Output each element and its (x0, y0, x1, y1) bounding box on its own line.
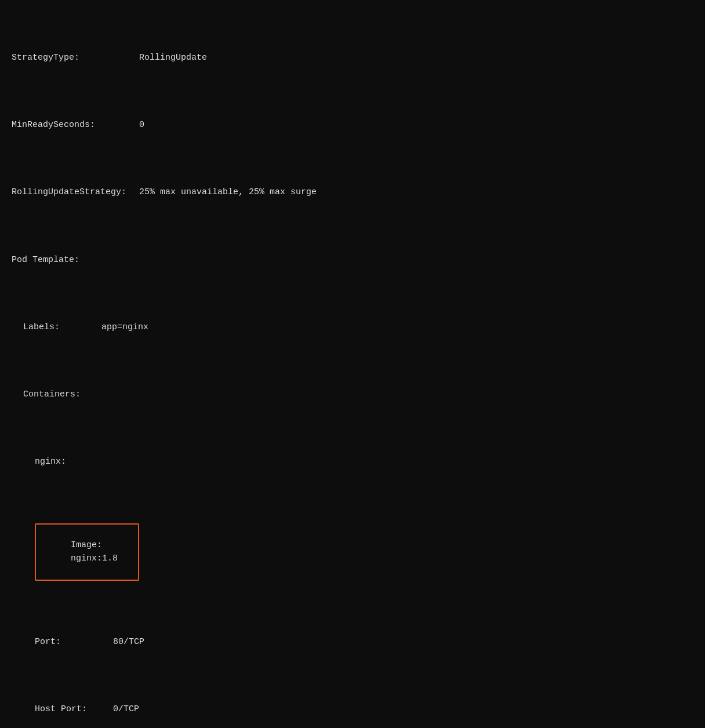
rolling-update-label: RollingUpdateStrategy: (12, 185, 139, 199)
image-highlight: Image: nginx:1.8 (35, 523, 139, 581)
host-port-value: 0/TCP (113, 702, 139, 716)
min-ready-line: MinReadySeconds: 0 (12, 118, 693, 132)
image-label: Image: (71, 538, 135, 552)
labels-value: app=nginx (101, 321, 148, 334)
port-label: Port: (35, 635, 113, 649)
rolling-update-value: 25% max unavailable, 25% max surge (139, 185, 317, 199)
nginx-label: nginx: (35, 455, 66, 468)
strategy-type-value: RollingUpdate (139, 51, 207, 64)
min-ready-label: MinReadySeconds: (12, 118, 139, 132)
min-ready-value: 0 (139, 118, 144, 132)
strategy-type-line: StrategyType: RollingUpdate (12, 51, 693, 64)
host-port-line: Host Port: 0/TCP (12, 702, 693, 716)
containers-label: Containers: (23, 388, 81, 401)
labels-line: Labels: app=nginx (12, 321, 693, 334)
containers-line: Containers: (12, 388, 693, 401)
nginx-line: nginx: (12, 455, 693, 468)
port-value: 80/TCP (113, 635, 144, 649)
pod-template-line: Pod Template: (12, 253, 693, 267)
terminal-output: StrategyType: RollingUpdate MinReadySeco… (12, 10, 693, 728)
pod-template-label: Pod Template: (12, 253, 79, 267)
rolling-update-line: RollingUpdateStrategy: 25% max unavailab… (12, 185, 693, 199)
host-port-label: Host Port: (35, 702, 113, 716)
image-value: nginx:1.8 (71, 554, 118, 563)
strategy-type-label: StrategyType: (12, 51, 139, 64)
port-line: Port: 80/TCP (12, 635, 693, 649)
labels-label: Labels: (23, 321, 101, 334)
image-line: Image: nginx:1.8 (12, 523, 693, 581)
